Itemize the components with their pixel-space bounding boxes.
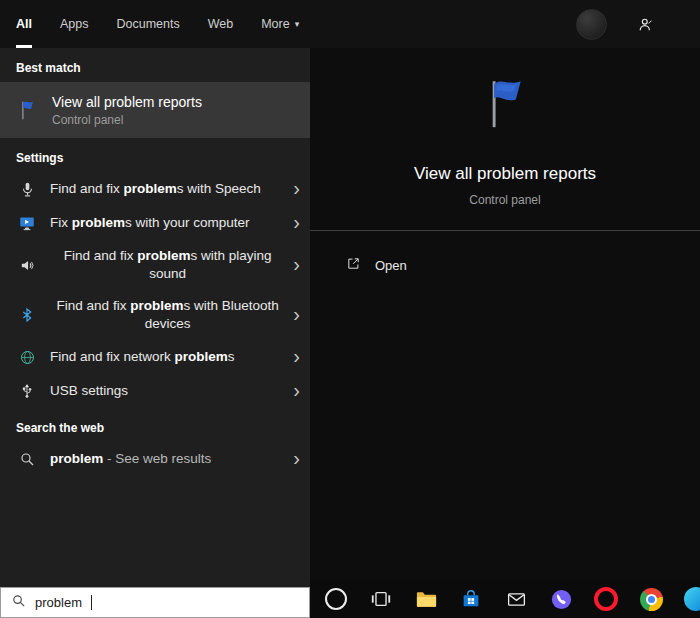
search-results-panel: Best match View all problem reports Cont…: [0, 48, 310, 587]
cortana-icon[interactable]: [323, 586, 349, 612]
settings-item-bluetooth[interactable]: Find and fix problems with Bluetooth dev…: [0, 290, 310, 340]
web-result-label: problem - See web results: [50, 450, 285, 468]
open-label: Open: [375, 258, 407, 273]
preview-panel: View all problem reports Control panel O…: [310, 48, 700, 580]
tab-documents-label: Documents: [116, 17, 179, 31]
chevron-right-icon: ›: [293, 448, 300, 468]
best-match-text: View all problem reports Control panel: [52, 94, 202, 127]
settings-item-usb[interactable]: USB settings ›: [0, 374, 310, 408]
tab-more[interactable]: More ▾: [261, 0, 299, 48]
chevron-down-icon: ▾: [295, 19, 300, 29]
search-icon: [11, 593, 26, 612]
search-filter-tabs-bar: All Apps Documents Web More ▾: [0, 0, 700, 48]
tab-all[interactable]: All: [16, 0, 32, 48]
computer-icon: [16, 214, 38, 232]
best-match-title: View all problem reports: [52, 94, 202, 110]
open-icon: [346, 256, 361, 275]
web-result-item[interactable]: problem - See web results ›: [0, 442, 310, 476]
divider: [310, 230, 700, 231]
settings-item-computer[interactable]: Fix problems with your computer ›: [0, 206, 310, 240]
section-search-the-web: Search the web: [0, 408, 310, 442]
settings-item-label: USB settings: [50, 382, 285, 400]
tab-documents[interactable]: Documents: [116, 0, 179, 48]
usb-icon: [16, 382, 38, 400]
tab-all-label: All: [16, 17, 32, 31]
tab-web[interactable]: Web: [208, 0, 233, 48]
open-action[interactable]: Open: [346, 256, 407, 275]
settings-item-label: Find and fix problems with Speech: [50, 180, 285, 198]
microphone-icon: [16, 181, 38, 198]
search-input-value: problem: [35, 595, 82, 610]
settings-item-label: Find and fix problems with playing sound: [50, 247, 285, 283]
search-filter-tabs: All Apps Documents Web More ▾: [0, 0, 299, 48]
opera-icon[interactable]: [593, 586, 619, 612]
search-input[interactable]: problem: [0, 587, 310, 618]
bluetooth-icon: [16, 306, 38, 324]
best-match-item[interactable]: View all problem reports Control panel: [0, 82, 310, 138]
section-best-match: Best match: [0, 48, 310, 82]
windows-search-panel: All Apps Documents Web More ▾ Best match: [0, 0, 700, 618]
flag-icon: [476, 74, 534, 136]
chevron-right-icon: ›: [293, 304, 300, 324]
chrome-icon[interactable]: [638, 586, 664, 612]
settings-item-label: Find and fix network problems: [50, 348, 285, 366]
settings-item-network[interactable]: Find and fix network problems ›: [0, 340, 310, 374]
section-settings: Settings: [0, 138, 310, 172]
settings-item-label: Fix problems with your computer: [50, 214, 285, 232]
flag-icon: [16, 96, 38, 124]
search-icon: [16, 451, 38, 467]
mail-icon[interactable]: [503, 586, 529, 612]
network-icon: [16, 349, 38, 366]
preview-title: View all problem reports: [414, 164, 596, 184]
taskbar: [310, 580, 700, 618]
text-caret: [91, 595, 92, 610]
speaker-icon: [16, 257, 38, 274]
tab-apps-label: Apps: [60, 17, 89, 31]
tab-web-label: Web: [208, 17, 233, 31]
edge-icon[interactable]: [683, 586, 700, 612]
chevron-right-icon: ›: [293, 346, 300, 366]
settings-item-speech[interactable]: Find and fix problems with Speech ›: [0, 172, 310, 206]
preview-subtitle: Control panel: [469, 193, 540, 207]
viber-icon[interactable]: [548, 586, 574, 612]
chevron-right-icon: ›: [293, 178, 300, 198]
topbar-right: [576, 0, 700, 48]
tab-more-label: More: [261, 17, 289, 31]
store-icon[interactable]: [458, 586, 484, 612]
best-match-subtitle: Control panel: [52, 113, 202, 127]
chevron-right-icon: ›: [293, 254, 300, 274]
file-explorer-icon[interactable]: [413, 586, 439, 612]
avatar[interactable]: [576, 9, 607, 40]
tab-apps[interactable]: Apps: [60, 0, 89, 48]
task-view-icon[interactable]: [368, 586, 394, 612]
settings-item-label: Find and fix problems with Bluetooth dev…: [50, 297, 285, 333]
settings-item-playing-sound[interactable]: Find and fix problems with playing sound…: [0, 240, 310, 290]
chevron-right-icon: ›: [293, 380, 300, 400]
feedback-icon[interactable]: [637, 16, 654, 33]
chevron-right-icon: ›: [293, 212, 300, 232]
